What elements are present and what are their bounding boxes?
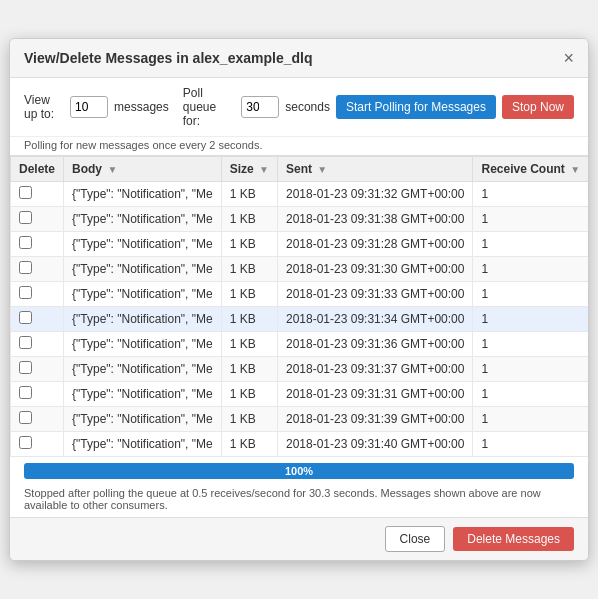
- progress-label: 100%: [24, 463, 574, 479]
- modal-header: View/Delete Messages in alex_example_dlq…: [10, 39, 588, 78]
- stop-now-button[interactable]: Stop Now: [502, 95, 574, 119]
- close-icon[interactable]: ×: [563, 49, 574, 67]
- row-body: {"Type": "Notification", "Me: [64, 432, 222, 457]
- row-receive-count: 1: [473, 382, 588, 407]
- row-body: {"Type": "Notification", "Me: [64, 207, 222, 232]
- size-sort-icon: ▼: [259, 164, 269, 175]
- row-sent: 2018-01-23 09:31:40 GMT+00:00: [278, 432, 473, 457]
- row-sent: 2018-01-23 09:31:33 GMT+00:00: [278, 282, 473, 307]
- row-checkbox-cell: [11, 207, 64, 232]
- modal-footer: Close Delete Messages: [10, 517, 588, 560]
- row-checkbox[interactable]: [19, 236, 32, 249]
- table-row: {"Type": "Notification", "Me1 KB2018-01-…: [11, 332, 589, 357]
- table-row: {"Type": "Notification", "Me1 KB2018-01-…: [11, 357, 589, 382]
- row-sent: 2018-01-23 09:31:36 GMT+00:00: [278, 332, 473, 357]
- row-body: {"Type": "Notification", "Me: [64, 282, 222, 307]
- row-checkbox[interactable]: [19, 336, 32, 349]
- view-up-to-label: View up to:: [24, 93, 64, 121]
- col-receive-count[interactable]: Receive Count ▼: [473, 157, 588, 182]
- receive-sort-icon: ▼: [570, 164, 580, 175]
- status-note: Stopped after polling the queue at 0.5 r…: [10, 483, 588, 517]
- row-checkbox[interactable]: [19, 386, 32, 399]
- col-body[interactable]: Body ▼: [64, 157, 222, 182]
- row-checkbox[interactable]: [19, 436, 32, 449]
- row-sent: 2018-01-23 09:31:28 GMT+00:00: [278, 232, 473, 257]
- body-sort-icon: ▼: [107, 164, 117, 175]
- row-body: {"Type": "Notification", "Me: [64, 307, 222, 332]
- row-size: 1 KB: [221, 257, 277, 282]
- table-row: {"Type": "Notification", "Me1 KB2018-01-…: [11, 207, 589, 232]
- modal: View/Delete Messages in alex_example_dlq…: [9, 38, 589, 561]
- row-body: {"Type": "Notification", "Me: [64, 232, 222, 257]
- col-sent[interactable]: Sent ▼: [278, 157, 473, 182]
- close-button[interactable]: Close: [385, 526, 446, 552]
- modal-title: View/Delete Messages in alex_example_dlq: [24, 50, 312, 66]
- row-receive-count: 1: [473, 282, 588, 307]
- delete-messages-button[interactable]: Delete Messages: [453, 527, 574, 551]
- row-size: 1 KB: [221, 182, 277, 207]
- row-body: {"Type": "Notification", "Me: [64, 182, 222, 207]
- table-row: {"Type": "Notification", "Me1 KB2018-01-…: [11, 232, 589, 257]
- row-checkbox[interactable]: [19, 186, 32, 199]
- row-body: {"Type": "Notification", "Me: [64, 382, 222, 407]
- row-sent: 2018-01-23 09:31:34 GMT+00:00: [278, 307, 473, 332]
- row-checkbox[interactable]: [19, 211, 32, 224]
- row-checkbox[interactable]: [19, 286, 32, 299]
- row-body: {"Type": "Notification", "Me: [64, 407, 222, 432]
- row-sent: 2018-01-23 09:31:37 GMT+00:00: [278, 357, 473, 382]
- table-row: {"Type": "Notification", "Me1 KB2018-01-…: [11, 432, 589, 457]
- row-checkbox-cell: [11, 257, 64, 282]
- row-receive-count: 1: [473, 207, 588, 232]
- row-checkbox[interactable]: [19, 311, 32, 324]
- row-size: 1 KB: [221, 207, 277, 232]
- row-size: 1 KB: [221, 407, 277, 432]
- row-receive-count: 1: [473, 432, 588, 457]
- row-checkbox-cell: [11, 232, 64, 257]
- row-size: 1 KB: [221, 357, 277, 382]
- row-checkbox-cell: [11, 182, 64, 207]
- row-receive-count: 1: [473, 307, 588, 332]
- sent-sort-icon: ▼: [317, 164, 327, 175]
- row-sent: 2018-01-23 09:31:39 GMT+00:00: [278, 407, 473, 432]
- table-body: {"Type": "Notification", "Me1 KB2018-01-…: [11, 182, 589, 457]
- table-row: {"Type": "Notification", "Me1 KB2018-01-…: [11, 182, 589, 207]
- row-size: 1 KB: [221, 332, 277, 357]
- messages-table: Delete Body ▼ Size ▼ Sent ▼ Receive Coun…: [10, 156, 588, 457]
- polling-note: Polling for new messages once every 2 se…: [10, 137, 588, 155]
- row-body: {"Type": "Notification", "Me: [64, 332, 222, 357]
- progress-bar-outer: 100%: [24, 463, 574, 479]
- row-sent: 2018-01-23 09:31:30 GMT+00:00: [278, 257, 473, 282]
- progress-section: 100%: [10, 457, 588, 483]
- table-header-row: Delete Body ▼ Size ▼ Sent ▼ Receive Coun…: [11, 157, 589, 182]
- row-size: 1 KB: [221, 432, 277, 457]
- row-checkbox-cell: [11, 407, 64, 432]
- row-sent: 2018-01-23 09:31:31 GMT+00:00: [278, 382, 473, 407]
- poll-queue-input[interactable]: [241, 96, 279, 118]
- row-checkbox-cell: [11, 282, 64, 307]
- row-size: 1 KB: [221, 382, 277, 407]
- col-size[interactable]: Size ▼: [221, 157, 277, 182]
- row-receive-count: 1: [473, 182, 588, 207]
- row-checkbox-cell: [11, 382, 64, 407]
- row-checkbox[interactable]: [19, 361, 32, 374]
- row-checkbox-cell: [11, 432, 64, 457]
- row-size: 1 KB: [221, 232, 277, 257]
- row-receive-count: 1: [473, 232, 588, 257]
- row-checkbox-cell: [11, 307, 64, 332]
- modal-controls: View up to: messages Poll queue for: sec…: [10, 78, 588, 137]
- messages-table-wrapper: Delete Body ▼ Size ▼ Sent ▼ Receive Coun…: [10, 155, 588, 457]
- row-receive-count: 1: [473, 357, 588, 382]
- start-polling-button[interactable]: Start Polling for Messages: [336, 95, 496, 119]
- row-body: {"Type": "Notification", "Me: [64, 357, 222, 382]
- poll-queue-label: Poll queue for:: [183, 86, 235, 128]
- table-row: {"Type": "Notification", "Me1 KB2018-01-…: [11, 282, 589, 307]
- row-checkbox[interactable]: [19, 411, 32, 424]
- col-delete: Delete: [11, 157, 64, 182]
- row-receive-count: 1: [473, 257, 588, 282]
- row-checkbox[interactable]: [19, 261, 32, 274]
- row-sent: 2018-01-23 09:31:32 GMT+00:00: [278, 182, 473, 207]
- row-sent: 2018-01-23 09:31:38 GMT+00:00: [278, 207, 473, 232]
- row-size: 1 KB: [221, 307, 277, 332]
- view-up-to-input[interactable]: [70, 96, 108, 118]
- row-body: {"Type": "Notification", "Me: [64, 257, 222, 282]
